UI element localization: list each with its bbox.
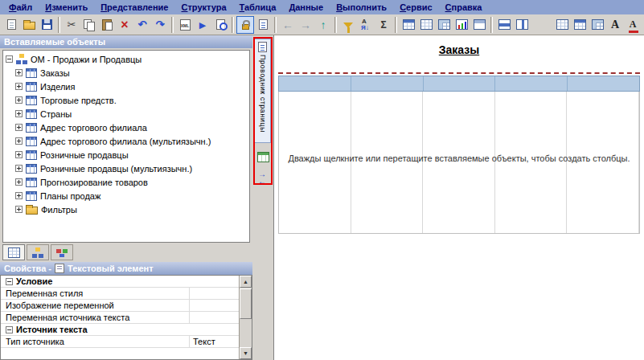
lock-page-objects-button[interactable]	[236, 16, 254, 34]
paste-button[interactable]	[98, 16, 116, 34]
insert-list-button[interactable]	[417, 16, 435, 34]
collapse-icon[interactable]	[6, 326, 13, 333]
page-preview-button[interactable]	[254, 16, 272, 34]
table-style-button[interactable]	[589, 16, 606, 34]
report-list-table[interactable]: Дважды щелкните или перетащите вставляем…	[278, 76, 640, 234]
menu-view[interactable]: Представление	[94, 1, 174, 14]
scroll-down-button[interactable]	[240, 347, 252, 359]
expand-icon[interactable]	[15, 69, 23, 76]
back-button[interactable]	[279, 16, 297, 34]
query-explorer-button[interactable]	[256, 149, 270, 164]
menu-structure[interactable]: Структура	[175, 1, 233, 14]
report-title[interactable]: Заказы	[439, 43, 479, 56]
copy-button[interactable]	[80, 16, 98, 34]
scroll-up-button[interactable]	[240, 276, 252, 288]
cut-button[interactable]	[63, 16, 80, 34]
filter-button[interactable]	[339, 16, 357, 34]
redo-button[interactable]	[151, 16, 169, 34]
menu-data[interactable]: Данные	[282, 1, 330, 14]
insert-crosstab-button[interactable]	[435, 16, 453, 34]
tree-item-sales-plans[interactable]: Планы продаж	[3, 189, 249, 202]
tree-item-retailers-multi[interactable]: Розничные продавцы (мультиязычн.)	[3, 162, 249, 175]
table-grid-button[interactable]	[553, 16, 571, 34]
tree-root[interactable]: ОМ - Продажи и Продавцы	[3, 52, 249, 66]
property-section-row[interactable]: Источник текста	[1, 324, 239, 336]
expand-icon[interactable]	[15, 192, 23, 199]
merge-cells-button[interactable]	[495, 16, 513, 34]
go-up-button[interactable]	[314, 16, 332, 34]
table-header-cell[interactable]	[279, 76, 351, 91]
xml-view-button[interactable]	[176, 16, 194, 34]
font-color-button[interactable]	[624, 16, 642, 34]
expand-icon[interactable]	[15, 206, 23, 213]
tree-item-products[interactable]: Изделия	[3, 80, 249, 93]
menu-table[interactable]: Таблица	[233, 1, 283, 14]
property-value[interactable]	[189, 324, 239, 335]
page-explorer-tab[interactable]: Проводник страницы	[254, 39, 271, 143]
tree-item-branch-address-multi[interactable]: Адрес торгового филиала (мультиязычн.)	[3, 134, 249, 148]
split-cells-button[interactable]	[513, 16, 531, 34]
property-section-row[interactable]: Условие	[1, 276, 239, 288]
menu-help[interactable]: Справка	[439, 1, 489, 14]
property-value[interactable]	[189, 300, 239, 311]
property-row[interactable]: Переменная стиля	[1, 288, 239, 300]
menu-tools[interactable]: Сервис	[393, 1, 438, 14]
tree-item-retailers[interactable]: Розничные продавцы	[3, 148, 249, 162]
data-items-tab[interactable]	[27, 244, 49, 260]
report-title-block[interactable]: Заказы	[278, 43, 640, 56]
menu-file[interactable]: Файл	[2, 1, 39, 14]
properties-scrollbar[interactable]	[239, 276, 252, 359]
toolbox-tab[interactable]	[51, 244, 73, 260]
property-row[interactable]: Изображение переменной	[1, 300, 239, 312]
expand-icon[interactable]	[15, 83, 23, 90]
menu-edit[interactable]: Изменить	[39, 1, 94, 14]
table-header-cell[interactable]	[424, 76, 496, 91]
font-button[interactable]	[606, 16, 624, 34]
toolbar-separator	[171, 17, 174, 33]
insert-table-button[interactable]	[400, 16, 417, 34]
source-tab[interactable]	[2, 244, 25, 260]
forward-button[interactable]	[297, 16, 314, 34]
property-value[interactable]	[189, 288, 239, 299]
table-header-cell[interactable]	[351, 76, 424, 91]
property-row[interactable]: Переменная источника текста	[1, 312, 239, 324]
collapse-icon[interactable]	[6, 55, 13, 63]
headers-footers-button[interactable]	[571, 16, 589, 34]
insert-section-button[interactable]	[470, 16, 488, 34]
expand-icon[interactable]	[15, 165, 23, 172]
tree-item-orders[interactable]: Заказы	[3, 66, 249, 80]
tree-item-countries[interactable]: Страны	[3, 107, 249, 121]
save-button[interactable]	[38, 16, 55, 34]
expand-icon[interactable]	[15, 96, 23, 104]
run-report-button[interactable]	[194, 16, 211, 34]
summarize-button[interactable]	[375, 16, 392, 34]
insert-chart-button[interactable]	[453, 16, 470, 34]
property-value[interactable]	[189, 312, 239, 323]
sort-button[interactable]	[357, 16, 375, 34]
collapse-icon[interactable]	[6, 278, 13, 285]
report-viewer-button[interactable]	[211, 16, 229, 34]
condition-explorer-button[interactable]	[256, 170, 270, 185]
expand-icon[interactable]	[15, 137, 23, 145]
tree-item-filters[interactable]: Фильтры	[3, 202, 249, 216]
table-header-cell[interactable]	[495, 76, 568, 91]
expand-icon[interactable]	[15, 124, 23, 131]
report-canvas[interactable]: Заказы Дважды щелкните или перетащите вс…	[273, 35, 644, 360]
tree-item-sales-reps[interactable]: Торговые предств.	[3, 93, 249, 107]
table-header-cell[interactable]	[568, 76, 639, 91]
scroll-thumb[interactable]	[240, 288, 252, 319]
tree-item-forecast[interactable]: Прогнозирование товаров	[3, 175, 249, 189]
tree-item-branch-address[interactable]: Адрес торгового филиала	[3, 121, 249, 134]
expand-icon[interactable]	[15, 110, 23, 117]
menu-run[interactable]: Выполнить	[330, 1, 393, 14]
new-report-button[interactable]	[2, 16, 20, 34]
undo-button[interactable]	[133, 16, 151, 34]
property-row[interactable]: Тип источника Текст	[1, 336, 239, 348]
insert-chart-icon	[456, 19, 468, 30]
property-value[interactable]	[189, 276, 239, 287]
open-button[interactable]	[20, 16, 38, 34]
property-value[interactable]: Текст	[189, 336, 239, 347]
expand-icon[interactable]	[15, 151, 23, 158]
delete-button[interactable]	[116, 16, 133, 34]
expand-icon[interactable]	[15, 178, 23, 186]
